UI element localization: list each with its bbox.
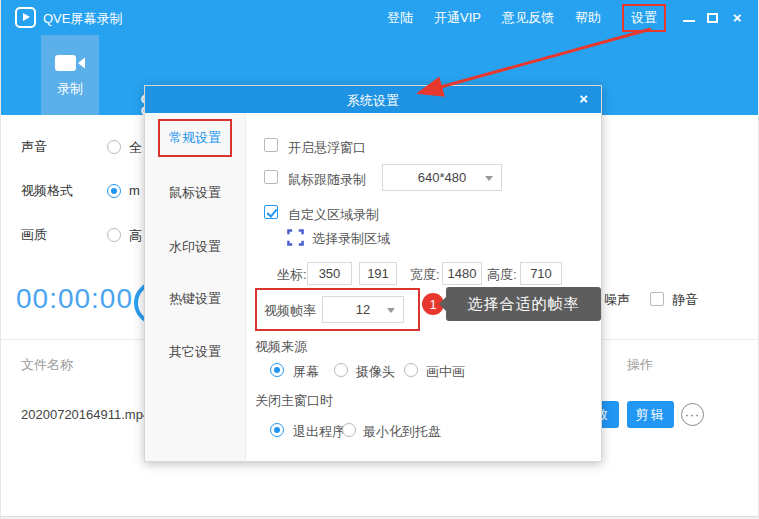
file-name-header: 文件名称 <box>21 356 73 374</box>
close-exit-radio[interactable] <box>270 423 284 437</box>
video-format-label: 视频格式 <box>21 182 73 200</box>
camera-icon <box>54 53 86 73</box>
titlebar-menu: 登陆 开通VIP 意见反馈 帮助 设置 <box>387 0 666 35</box>
source-pip-radio[interactable] <box>404 363 418 377</box>
minimize-icon[interactable] <box>682 11 696 25</box>
video-source-label: 视频来源 <box>255 338 307 356</box>
sound-option-label: 全 <box>129 139 142 157</box>
maximize-icon[interactable] <box>707 13 718 23</box>
float-window-label: 开启悬浮窗口 <box>288 139 366 157</box>
tab-hotkey-settings[interactable]: 热键设置 <box>145 290 245 308</box>
custom-area-label: 自定义区域录制 <box>288 206 379 224</box>
framerate-value: 12 <box>356 302 370 317</box>
operations-header: 操作 <box>627 356 653 374</box>
resolution-dropdown[interactable]: 640*480 <box>382 164 502 191</box>
tooltip-arrow <box>439 297 446 311</box>
framerate-tooltip: 选择合适的帧率 <box>446 287 601 321</box>
coord-label: 坐标: <box>277 266 307 284</box>
source-camera-label: 摄像头 <box>356 363 395 381</box>
title-bar: QVE屏幕录制 登陆 开通VIP 意见反馈 帮助 设置 × <box>1 0 759 35</box>
tab-other-settings[interactable]: 其它设置 <box>145 343 245 361</box>
menu-login[interactable]: 登陆 <box>387 9 413 27</box>
menu-feedback[interactable]: 意见反馈 <box>502 9 554 27</box>
tooltip-text: 选择合适的帧率 <box>468 295 580 314</box>
coord-x-input[interactable] <box>307 262 352 285</box>
recording-timer: 00:00:00 <box>16 283 133 315</box>
more-options-button[interactable]: ··· <box>681 403 704 426</box>
width-label: 宽度: <box>410 266 440 284</box>
app-logo-play-icon <box>15 7 36 28</box>
format-radio[interactable] <box>107 184 121 198</box>
framerate-label: 视频帧率 <box>264 302 316 320</box>
mouse-follow-label: 鼠标跟随录制 <box>288 171 366 189</box>
mouse-follow-checkbox[interactable] <box>264 170 278 184</box>
chevron-down-icon <box>387 308 395 313</box>
source-screen-label: 屏幕 <box>293 363 319 381</box>
source-pip-label: 画中画 <box>426 363 465 381</box>
quality-label: 画质 <box>21 226 47 244</box>
dialog-header: 系统设置 × <box>145 86 601 113</box>
quality-radio[interactable] <box>107 228 121 242</box>
menu-help[interactable]: 帮助 <box>575 9 601 27</box>
close-icon[interactable]: × <box>730 11 744 25</box>
sound-radio[interactable] <box>107 140 121 154</box>
mute-label: 静音 <box>672 291 698 309</box>
menu-settings[interactable]: 设置 <box>622 4 666 32</box>
sound-label: 声音 <box>21 138 47 156</box>
coord-y-input[interactable] <box>359 262 397 285</box>
dialog-close-icon[interactable]: × <box>579 90 588 107</box>
framerate-dropdown[interactable]: 12 <box>322 296 404 323</box>
quality-option-label: 高 <box>129 227 142 245</box>
select-region-icon <box>287 229 304 246</box>
width-input[interactable] <box>442 262 482 285</box>
tab-record[interactable]: 录制 <box>41 35 99 115</box>
float-window-checkbox[interactable] <box>264 138 278 152</box>
dialog-tab-sidebar: 常规设置 鼠标设置 水印设置 热键设置 其它设置 <box>145 113 246 461</box>
close-minimize-radio[interactable] <box>342 423 356 437</box>
height-input[interactable] <box>520 262 562 285</box>
close-minimize-label: 最小化到托盘 <box>363 423 441 441</box>
app-title: QVE屏幕录制 <box>43 10 122 28</box>
format-option-label: m <box>129 183 140 198</box>
record-tab-label: 录制 <box>57 80 83 98</box>
app-window: 声音 全 视频格式 m 画质 高 00:00:00 噪声 静音 文件名称 操作 … <box>0 0 759 519</box>
system-settings-dialog: 系统设置 × 常规设置 鼠标设置 水印设置 热键设置 其它设置 开启悬浮窗口 鼠… <box>144 85 602 462</box>
file-name-cell: 20200720164911.mp4 <box>21 407 150 422</box>
chevron-down-icon <box>485 176 493 181</box>
select-area-link[interactable]: 选择录制区域 <box>312 230 390 248</box>
noise-label: 噪声 <box>604 291 630 309</box>
close-exit-label: 退出程序 <box>293 423 345 441</box>
custom-area-checkbox[interactable] <box>264 205 278 219</box>
tab-watermark-settings[interactable]: 水印设置 <box>145 238 245 256</box>
edit-button[interactable]: 剪辑 <box>627 401 674 428</box>
source-screen-radio[interactable] <box>270 363 284 377</box>
source-camera-radio[interactable] <box>334 363 348 377</box>
tab-mouse-settings[interactable]: 鼠标设置 <box>145 184 245 202</box>
resolution-value: 640*480 <box>418 170 466 185</box>
dialog-content: 开启悬浮窗口 鼠标跟随录制 640*480 自定义区域录制 选择录制区域 坐标:… <box>246 113 601 461</box>
menu-vip[interactable]: 开通VIP <box>434 9 481 27</box>
dialog-title: 系统设置 <box>145 92 601 110</box>
on-close-label: 关闭主窗口时 <box>255 392 333 410</box>
mute-checkbox[interactable] <box>650 292 664 306</box>
height-label: 高度: <box>487 266 517 284</box>
tab-general-settings[interactable]: 常规设置 <box>145 119 245 157</box>
window-controls: × <box>666 0 759 35</box>
